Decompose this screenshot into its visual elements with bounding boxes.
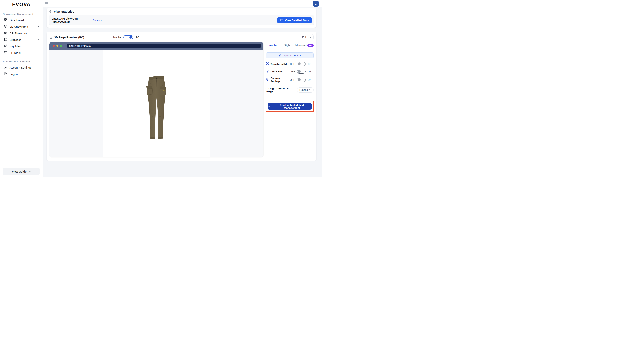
tab-style[interactable]: Style bbox=[280, 43, 294, 49]
hamburger-menu-button[interactable] bbox=[45, 1, 50, 6]
preview-body: https://app.evova.ai/ bbox=[49, 42, 314, 157]
sidebar-item-label: Dashboard bbox=[10, 19, 40, 22]
on-label: ON bbox=[308, 63, 312, 66]
home-button[interactable] bbox=[313, 1, 319, 7]
sidebar-item-label: AR Showroom bbox=[10, 32, 37, 35]
sidebar-item-label: Logout bbox=[10, 73, 40, 76]
gear-icon bbox=[268, 105, 270, 108]
webcam-icon bbox=[266, 78, 269, 82]
sidebar-item-account-settings[interactable]: Account Settings bbox=[0, 64, 43, 71]
change-thumbnail-label: Change Thumbnail Image bbox=[266, 87, 297, 93]
preview-title-group: 3D Page Preview (PC) bbox=[49, 36, 84, 39]
sidebar: EVOVA Showroom Management Dashboard 3D S… bbox=[0, 0, 43, 177]
chevron-down-icon bbox=[37, 25, 40, 28]
color-edit-row: Color Edit OFF ON bbox=[266, 69, 314, 74]
traffic-light-yellow bbox=[56, 45, 58, 47]
chevron-down-icon bbox=[37, 31, 40, 35]
chevron-down-icon bbox=[309, 89, 311, 91]
browser-preview: https://app.evova.ai/ bbox=[49, 42, 263, 157]
sidebar-item-logout[interactable]: Logout bbox=[0, 71, 43, 77]
sidebar-item-3d-kiosk[interactable]: 3D Kiosk bbox=[0, 50, 43, 56]
product-stage bbox=[103, 50, 210, 157]
pc-label: PC bbox=[136, 36, 139, 39]
home-icon bbox=[314, 2, 317, 5]
edit-icon bbox=[4, 44, 8, 49]
chevron-up-icon bbox=[309, 36, 311, 38]
camera-settings-row: Camera Settings OFF ON bbox=[266, 77, 314, 83]
chevron-down-icon bbox=[37, 38, 40, 42]
chevron-down-icon bbox=[37, 45, 40, 48]
tab-advanced[interactable]: Advanced Pro bbox=[294, 43, 314, 49]
fold-button[interactable]: Fold bbox=[300, 34, 314, 40]
sidebar-item-label: Inquiries bbox=[10, 45, 37, 48]
sidebar-nav-showroom: Dashboard 3D Showroom AR Showroom Statis… bbox=[0, 17, 43, 56]
url-bar[interactable]: https://app.evova.ai/ bbox=[66, 44, 262, 48]
off-label: OFF bbox=[290, 70, 295, 73]
tab-basic[interactable]: Basic bbox=[266, 43, 280, 49]
device-toggle-group: Mobile PC bbox=[113, 35, 139, 39]
api-view-count-label: Latest API View Count (app.evova.ai) bbox=[52, 17, 80, 23]
monitor-icon bbox=[280, 19, 283, 22]
sidebar-item-statistics[interactable]: Statistics bbox=[0, 37, 43, 43]
kiosk-monitor-icon bbox=[4, 51, 8, 55]
cube-icon bbox=[4, 25, 8, 29]
sidebar-nav-account: Account Settings Logout bbox=[0, 64, 43, 77]
preview-card-header: 3D Page Preview (PC) Mobile PC Fold bbox=[49, 33, 314, 41]
user-icon bbox=[4, 65, 8, 70]
transform-edit-row: Transform Edit OFF ON bbox=[266, 62, 314, 66]
open-3d-editor-button[interactable]: Open 3D Editor bbox=[266, 53, 314, 59]
product-pants-image[interactable] bbox=[143, 73, 170, 143]
topbar bbox=[43, 0, 322, 7]
sidebar-section-showroom: Showroom Management bbox=[0, 13, 43, 16]
color-edit-label: Color Edit bbox=[270, 70, 290, 73]
thumbnail-row: Change Thumbnail Image Expand bbox=[266, 87, 314, 93]
expand-button[interactable]: Expand bbox=[297, 87, 314, 93]
camera-settings-switch[interactable] bbox=[297, 78, 306, 82]
browser-chrome: https://app.evova.ai/ bbox=[49, 42, 263, 50]
color-edit-switch[interactable] bbox=[297, 70, 306, 74]
view-guide-label: View Guide bbox=[12, 170, 26, 173]
off-label: OFF bbox=[290, 63, 295, 66]
panel-tabs: Basic Style Advanced Pro bbox=[266, 43, 314, 49]
sidebar-item-ar-showroom[interactable]: AR Showroom bbox=[0, 30, 43, 37]
api-view-count-value[interactable]: 0 views bbox=[93, 19, 102, 22]
page-preview-card: 3D Page Preview (PC) Mobile PC Fold bbox=[46, 32, 316, 161]
traffic-light-green bbox=[60, 45, 62, 47]
app-root: EVOVA Showroom Management Dashboard 3D S… bbox=[0, 0, 322, 177]
eye-icon bbox=[49, 10, 52, 13]
main-area: View Statistics Latest API View Count (a… bbox=[43, 0, 322, 177]
stats-card-header: View Statistics bbox=[49, 10, 314, 13]
content: View Statistics Latest API View Count (a… bbox=[43, 7, 322, 177]
stats-inner-panel: Latest API View Count (app.evova.ai) 0 v… bbox=[49, 15, 314, 25]
sidebar-item-dashboard[interactable]: Dashboard bbox=[0, 17, 43, 23]
image-icon bbox=[49, 36, 53, 39]
transform-3d-icon bbox=[266, 62, 269, 66]
palette-icon bbox=[266, 69, 269, 74]
transform-edit-switch[interactable] bbox=[297, 62, 306, 66]
sidebar-item-inquiries[interactable]: Inquiries bbox=[0, 43, 43, 50]
device-switch-knob bbox=[130, 36, 132, 39]
device-switch[interactable] bbox=[124, 35, 133, 39]
chart-icon bbox=[4, 38, 8, 42]
evova-logo: EVOVA bbox=[0, 0, 43, 7]
settings-panel: Basic Style Advanced Pro Open 3D Editor bbox=[266, 42, 314, 157]
on-label: ON bbox=[308, 78, 312, 81]
sidebar-bottom: View Guide bbox=[0, 165, 43, 177]
product-metadata-button[interactable]: Product Metadata & Management bbox=[268, 103, 312, 110]
traffic-light-red bbox=[53, 45, 55, 47]
ar-diamond-icon bbox=[4, 31, 8, 36]
external-link-icon bbox=[28, 170, 31, 173]
metadata-highlight-box: Product Metadata & Management bbox=[266, 101, 314, 112]
sidebar-item-3d-showroom[interactable]: 3D Showroom bbox=[0, 23, 43, 30]
pro-badge: Pro bbox=[308, 44, 314, 47]
view-guide-button[interactable]: View Guide bbox=[3, 168, 40, 175]
stats-card-title: View Statistics bbox=[54, 10, 74, 13]
sidebar-item-label: 3D Showroom bbox=[10, 25, 37, 28]
view-detailed-stats-button[interactable]: View Detailed Stats bbox=[277, 17, 312, 23]
sidebar-item-label: Account Settings bbox=[10, 66, 40, 69]
pencil-icon bbox=[278, 54, 281, 57]
off-label: OFF bbox=[290, 78, 295, 81]
sidebar-item-label: 3D Kiosk bbox=[10, 51, 40, 55]
camera-settings-label: Camera Settings bbox=[270, 77, 284, 83]
transform-edit-label: Transform Edit bbox=[270, 63, 290, 66]
